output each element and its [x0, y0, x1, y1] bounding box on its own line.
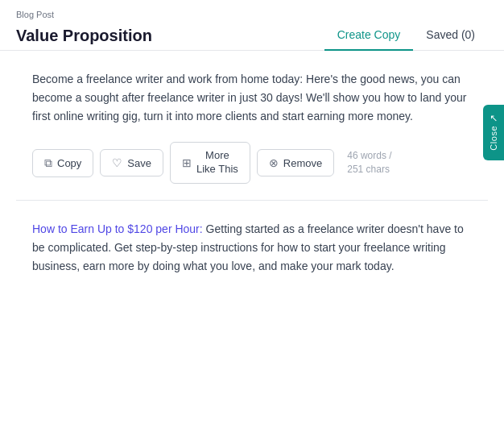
remove-icon: ⊗: [269, 156, 279, 169]
save-button[interactable]: ♡ Save: [100, 149, 163, 176]
page-title: Value Proposition: [16, 27, 152, 45]
tab-saved[interactable]: Saved (0): [413, 22, 488, 51]
more-like-this-button[interactable]: ⊞ MoreLike This: [170, 142, 250, 184]
heart-icon: ♡: [112, 156, 122, 169]
header: Blog Post Value Proposition Create Copy …: [0, 0, 504, 51]
header-tabs: Create Copy Saved (0): [324, 21, 488, 50]
copy-label: Copy: [57, 157, 81, 169]
close-tab-icon: ↗: [488, 114, 499, 122]
word-count-text: 46 words /: [347, 150, 391, 161]
close-tab-label: Close: [489, 126, 498, 151]
save-label: Save: [127, 157, 151, 169]
tab-create-copy[interactable]: Create Copy: [324, 22, 414, 51]
header-row: Value Proposition Create Copy Saved (0): [16, 21, 488, 50]
result-card-2: How to Earn Up to $120 per Hour: Getting…: [16, 201, 488, 292]
remove-label: Remove: [283, 157, 322, 169]
breadcrumb: Blog Post: [16, 10, 488, 19]
result-card-1: Become a freelance writer and work from …: [16, 51, 488, 201]
word-count: 46 words / 251 chars: [347, 149, 391, 176]
more-like-this-label: MoreLike This: [196, 149, 238, 176]
remove-button[interactable]: ⊗ Remove: [257, 149, 334, 176]
copy-icon: ⧉: [44, 156, 52, 170]
main-content: Become a freelance writer and work from …: [0, 51, 504, 292]
char-count-text: 251 chars: [347, 164, 390, 175]
grid-icon: ⊞: [182, 156, 192, 169]
result-text-1: Become a freelance writer and work from …: [32, 70, 472, 126]
result-text-2: How to Earn Up to $120 per Hour: Getting…: [32, 220, 472, 276]
result-title-2: How to Earn Up to $120 per Hour:: [32, 222, 203, 235]
actions-row-1: ⧉ Copy ♡ Save ⊞ MoreLike This ⊗ Remove 4…: [32, 142, 472, 184]
close-tab[interactable]: ↗ Close: [483, 105, 504, 160]
copy-button[interactable]: ⧉ Copy: [32, 149, 93, 177]
